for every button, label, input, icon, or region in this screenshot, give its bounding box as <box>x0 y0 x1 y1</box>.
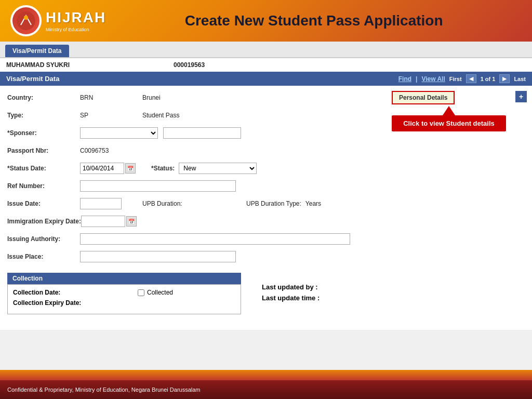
issue-place-input[interactable] <box>80 251 236 262</box>
issuing-authority-input[interactable] <box>80 233 350 245</box>
issue-place-label: Issue Place: <box>7 253 80 260</box>
issue-date-row: Issue Date: UPB Duration: UPB Duration T… <box>7 197 525 210</box>
logo-subtitle: Ministry of Education <box>46 27 106 32</box>
collection-date-row: Collection Date: Collected <box>13 289 235 296</box>
form-area: + Country: BRN Brunei Type: SP Student P… <box>0 86 532 330</box>
footer: Confidential & Proprietary, Ministry of … <box>0 380 532 399</box>
collected-label: Collected <box>147 289 173 296</box>
student-id: 000019563 <box>174 61 205 69</box>
footer-text: Confidential & Proprietary, Ministry of … <box>7 387 201 393</box>
issue-date-input[interactable] <box>80 198 122 209</box>
sponsor-input[interactable] <box>163 127 241 139</box>
collection-expiry-row: Collection Expiry Date: <box>13 299 235 307</box>
logo-text: HIJRAH <box>46 9 106 26</box>
logo-circle <box>10 5 42 36</box>
passport-row: Passport Nbr: C0096753 <box>7 144 525 157</box>
status-date-row: *Status Date: 📅 *Status: New Approved Pe… <box>7 162 525 175</box>
visa-permit-tab[interactable]: Visa/Permit Data <box>5 45 69 57</box>
type-name: Student Pass <box>142 112 179 119</box>
country-name: Brunei <box>142 94 161 101</box>
immigration-expiry-calendar-button[interactable]: 📅 <box>126 216 137 227</box>
ref-number-row: Ref Number: <box>7 179 525 193</box>
collection-expiry-label: Collection Expiry Date: <box>13 299 96 307</box>
prev-page-button[interactable]: ◀ <box>466 74 476 83</box>
immigration-expiry-label: Immigration Expiry Date: <box>7 218 81 225</box>
upb-duration-type-label: UPB Duration Type: <box>246 200 301 207</box>
view-all-link[interactable]: View All <box>421 75 445 83</box>
status-date-input[interactable] <box>80 163 124 174</box>
page-info: 1 of 1 <box>481 76 496 82</box>
header: HIJRAH Ministry of Education Create New … <box>0 0 532 42</box>
collection-header: Collection <box>7 273 241 284</box>
student-row: MUHAMMAD SYUKRI 000019563 <box>0 58 532 72</box>
last-updated-by: Last updated by : <box>262 283 320 291</box>
red-band <box>0 370 532 380</box>
personal-details-button[interactable]: Personal Details <box>392 91 455 104</box>
find-link[interactable]: Find <box>398 75 411 83</box>
immigration-expiry-row: Immigration Expiry Date: 📅 <box>7 215 525 228</box>
passport-label: Passport Nbr: <box>7 147 80 154</box>
status-select[interactable]: New Approved Pending Rejected <box>179 163 257 174</box>
upb-duration-type-value: Years <box>305 200 357 207</box>
collected-checkbox[interactable] <box>138 289 144 296</box>
last-updated-time: Last update time : <box>262 294 320 302</box>
last-updated-section: Last updated by : Last update time : <box>262 283 320 305</box>
sponsor-select[interactable] <box>80 127 158 139</box>
svg-point-0 <box>17 11 35 30</box>
collection-body: Collection Date: Collected Collection Ex… <box>7 284 241 314</box>
type-label: Type: <box>7 112 80 119</box>
student-name: MUHAMMAD SYUKRI <box>6 61 70 69</box>
personal-details-container: Personal Details Click to view Student d… <box>392 91 506 131</box>
issuing-authority-label: Issuing Authority: <box>7 235 80 243</box>
status-date-label: *Status Date: <box>7 165 80 172</box>
type-code: SP <box>80 112 132 119</box>
tooltip-box: Click to view Student details <box>392 115 506 131</box>
country-code: BRN <box>80 94 132 101</box>
tooltip-arrow: Click to view Student details <box>392 104 506 131</box>
passport-value: C0096753 <box>80 147 132 154</box>
ref-number-input[interactable] <box>80 180 236 192</box>
page-title: Create New Student Pass Application <box>106 12 522 29</box>
logo-inner <box>12 7 39 34</box>
issue-date-label: Issue Date: <box>7 200 80 207</box>
arrow-up-icon <box>443 106 455 115</box>
next-page-button[interactable]: ▶ <box>499 74 510 83</box>
section-nav: Find | View All First ◀ 1 of 1 ▶ Last <box>398 74 526 83</box>
section-header: Visa/Permit Data Find | View All First ◀… <box>0 72 532 86</box>
sponsor-label: *Sponser: <box>7 129 80 137</box>
immigration-expiry-input[interactable] <box>81 216 125 227</box>
last-label: Last <box>514 76 526 82</box>
status-date-calendar-button[interactable]: 📅 <box>125 163 136 174</box>
collection-date-label: Collection Date: <box>13 289 96 296</box>
country-label: Country: <box>7 94 80 101</box>
section-title: Visa/Permit Data <box>6 75 59 83</box>
issue-place-row: Issue Place: <box>7 250 525 263</box>
upb-duration-label: UPB Duration: <box>142 200 194 207</box>
issuing-authority-row: Issuing Authority: <box>7 232 525 246</box>
logo-area: HIJRAH Ministry of Education <box>10 5 106 36</box>
status-label: *Status: <box>151 165 175 172</box>
ref-number-label: Ref Number: <box>7 182 80 190</box>
tab-area: Visa/Permit Data <box>0 42 532 58</box>
add-button[interactable]: + <box>515 91 527 102</box>
collected-area: Collected <box>138 289 173 296</box>
svg-point-1 <box>24 16 28 20</box>
first-label: First <box>449 76 462 82</box>
